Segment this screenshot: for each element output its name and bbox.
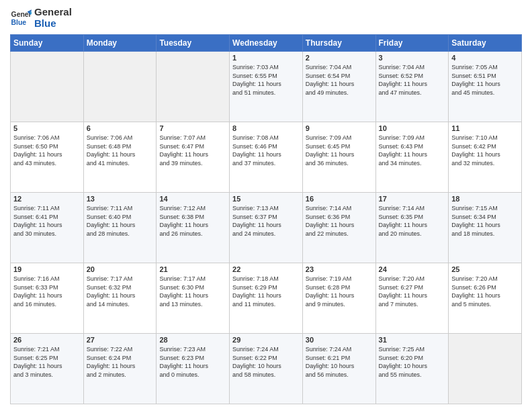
day-info: Sunrise: 7:11 AM Sunset: 6:40 PM Dayligh… <box>87 204 154 238</box>
day-number: 17 <box>379 195 446 203</box>
day-info: Sunrise: 7:13 AM Sunset: 6:37 PM Dayligh… <box>232 204 300 238</box>
day-number: 27 <box>87 336 154 344</box>
calendar-cell: 25Sunrise: 7:20 AM Sunset: 6:26 PM Dayli… <box>449 263 522 334</box>
day-info: Sunrise: 7:09 AM Sunset: 6:45 PM Dayligh… <box>306 134 373 167</box>
calendar-cell: 8Sunrise: 7:08 AM Sunset: 6:46 PM Daylig… <box>230 122 303 193</box>
day-info: Sunrise: 7:17 AM Sunset: 6:32 PM Dayligh… <box>87 275 154 308</box>
svg-text:Blue: Blue <box>11 18 27 26</box>
day-number: 20 <box>87 265 154 273</box>
calendar-cell: 18Sunrise: 7:15 AM Sunset: 6:34 PM Dayli… <box>449 193 522 263</box>
calendar-cell: 19Sunrise: 7:16 AM Sunset: 6:33 PM Dayli… <box>11 263 84 334</box>
calendar-cell: 7Sunrise: 7:07 AM Sunset: 6:47 PM Daylig… <box>157 122 230 193</box>
calendar-cell: 17Sunrise: 7:14 AM Sunset: 6:35 PM Dayli… <box>375 193 449 263</box>
calendar-cell: 11Sunrise: 7:10 AM Sunset: 6:42 PM Dayli… <box>449 122 522 193</box>
day-info: Sunrise: 7:22 AM Sunset: 6:24 PM Dayligh… <box>87 345 154 379</box>
day-number: 26 <box>13 336 81 344</box>
day-number: 25 <box>451 265 519 273</box>
calendar-cell: 26Sunrise: 7:21 AM Sunset: 6:25 PM Dayli… <box>11 334 84 404</box>
day-info: Sunrise: 7:21 AM Sunset: 6:25 PM Dayligh… <box>13 345 81 379</box>
logo: General Blue General Blue <box>10 7 72 29</box>
calendar-cell: 5Sunrise: 7:06 AM Sunset: 6:50 PM Daylig… <box>11 122 84 193</box>
calendar-cell: 9Sunrise: 7:09 AM Sunset: 6:45 PM Daylig… <box>302 122 375 193</box>
calendar-cell: 15Sunrise: 7:13 AM Sunset: 6:37 PM Dayli… <box>230 193 303 263</box>
day-number: 3 <box>379 54 446 62</box>
day-number: 13 <box>87 195 154 203</box>
day-number: 10 <box>379 124 446 132</box>
day-info: Sunrise: 7:24 AM Sunset: 6:22 PM Dayligh… <box>232 345 300 379</box>
col-wednesday: Wednesday <box>230 35 303 52</box>
day-info: Sunrise: 7:16 AM Sunset: 6:33 PM Dayligh… <box>13 275 81 308</box>
day-number: 1 <box>232 54 300 62</box>
calendar-cell <box>83 52 157 122</box>
calendar-cell: 24Sunrise: 7:20 AM Sunset: 6:27 PM Dayli… <box>375 263 449 334</box>
day-info: Sunrise: 7:20 AM Sunset: 6:27 PM Dayligh… <box>379 275 446 308</box>
logo-general: General <box>34 7 72 18</box>
day-number: 18 <box>451 195 519 203</box>
day-info: Sunrise: 7:15 AM Sunset: 6:34 PM Dayligh… <box>451 204 519 238</box>
day-info: Sunrise: 7:20 AM Sunset: 6:26 PM Dayligh… <box>451 275 519 308</box>
col-tuesday: Tuesday <box>157 35 230 52</box>
day-info: Sunrise: 7:04 AM Sunset: 6:52 PM Dayligh… <box>379 63 446 97</box>
calendar-cell: 4Sunrise: 7:05 AM Sunset: 6:51 PM Daylig… <box>449 52 522 122</box>
calendar-week-row: 19Sunrise: 7:16 AM Sunset: 6:33 PM Dayli… <box>11 263 522 334</box>
day-info: Sunrise: 7:10 AM Sunset: 6:42 PM Dayligh… <box>451 134 519 167</box>
day-info: Sunrise: 7:05 AM Sunset: 6:51 PM Dayligh… <box>451 63 519 97</box>
day-info: Sunrise: 7:23 AM Sunset: 6:23 PM Dayligh… <box>159 345 226 379</box>
page: General Blue General Blue Sunday Monday … <box>0 0 532 411</box>
day-info: Sunrise: 7:14 AM Sunset: 6:35 PM Dayligh… <box>379 204 446 238</box>
day-info: Sunrise: 7:12 AM Sunset: 6:38 PM Dayligh… <box>159 204 226 238</box>
calendar-week-row: 26Sunrise: 7:21 AM Sunset: 6:25 PM Dayli… <box>11 334 522 404</box>
day-number: 22 <box>232 265 300 273</box>
calendar-cell: 29Sunrise: 7:24 AM Sunset: 6:22 PM Dayli… <box>230 334 303 404</box>
calendar-cell <box>157 52 230 122</box>
calendar-cell: 14Sunrise: 7:12 AM Sunset: 6:38 PM Dayli… <box>157 193 230 263</box>
day-number: 9 <box>306 124 373 132</box>
calendar-cell: 12Sunrise: 7:11 AM Sunset: 6:41 PM Dayli… <box>11 193 84 263</box>
day-number: 7 <box>159 124 226 132</box>
calendar-week-row: 1Sunrise: 7:03 AM Sunset: 6:55 PM Daylig… <box>11 52 522 122</box>
day-info: Sunrise: 7:03 AM Sunset: 6:55 PM Dayligh… <box>232 63 300 97</box>
day-info: Sunrise: 7:24 AM Sunset: 6:21 PM Dayligh… <box>306 345 373 379</box>
calendar-week-row: 12Sunrise: 7:11 AM Sunset: 6:41 PM Dayli… <box>11 193 522 263</box>
calendar-cell: 1Sunrise: 7:03 AM Sunset: 6:55 PM Daylig… <box>230 52 303 122</box>
calendar-cell: 28Sunrise: 7:23 AM Sunset: 6:23 PM Dayli… <box>157 334 230 404</box>
logo-blue: Blue <box>34 18 72 30</box>
day-number: 19 <box>13 265 81 273</box>
calendar-header-row: Sunday Monday Tuesday Wednesday Thursday… <box>11 35 522 52</box>
calendar-cell: 21Sunrise: 7:17 AM Sunset: 6:30 PM Dayli… <box>157 263 230 334</box>
day-number: 15 <box>232 195 300 203</box>
day-number: 11 <box>451 124 519 132</box>
col-sunday: Sunday <box>11 35 84 52</box>
logo-icon: General Blue <box>10 7 32 29</box>
day-info: Sunrise: 7:25 AM Sunset: 6:20 PM Dayligh… <box>379 345 446 379</box>
header: General Blue General Blue <box>10 7 522 29</box>
col-friday: Friday <box>375 35 449 52</box>
calendar-cell: 3Sunrise: 7:04 AM Sunset: 6:52 PM Daylig… <box>375 52 449 122</box>
day-info: Sunrise: 7:07 AM Sunset: 6:47 PM Dayligh… <box>159 134 226 167</box>
calendar-cell: 16Sunrise: 7:14 AM Sunset: 6:36 PM Dayli… <box>302 193 375 263</box>
calendar-cell <box>449 334 522 404</box>
day-number: 29 <box>232 336 300 344</box>
calendar-cell: 2Sunrise: 7:04 AM Sunset: 6:54 PM Daylig… <box>302 52 375 122</box>
calendar-table: Sunday Monday Tuesday Wednesday Thursday… <box>10 34 522 404</box>
day-info: Sunrise: 7:19 AM Sunset: 6:28 PM Dayligh… <box>306 275 373 308</box>
calendar-cell: 20Sunrise: 7:17 AM Sunset: 6:32 PM Dayli… <box>83 263 157 334</box>
calendar-cell: 27Sunrise: 7:22 AM Sunset: 6:24 PM Dayli… <box>83 334 157 404</box>
day-number: 5 <box>13 124 81 132</box>
calendar-week-row: 5Sunrise: 7:06 AM Sunset: 6:50 PM Daylig… <box>11 122 522 193</box>
day-number: 28 <box>159 336 226 344</box>
day-info: Sunrise: 7:04 AM Sunset: 6:54 PM Dayligh… <box>306 63 373 97</box>
calendar-cell: 31Sunrise: 7:25 AM Sunset: 6:20 PM Dayli… <box>375 334 449 404</box>
day-number: 4 <box>451 54 519 62</box>
day-info: Sunrise: 7:08 AM Sunset: 6:46 PM Dayligh… <box>232 134 300 167</box>
day-number: 6 <box>87 124 154 132</box>
day-number: 14 <box>159 195 226 203</box>
col-monday: Monday <box>83 35 157 52</box>
day-info: Sunrise: 7:17 AM Sunset: 6:30 PM Dayligh… <box>159 275 226 308</box>
calendar-cell: 23Sunrise: 7:19 AM Sunset: 6:28 PM Dayli… <box>302 263 375 334</box>
day-info: Sunrise: 7:09 AM Sunset: 6:43 PM Dayligh… <box>379 134 446 167</box>
day-info: Sunrise: 7:14 AM Sunset: 6:36 PM Dayligh… <box>306 204 373 238</box>
day-number: 21 <box>159 265 226 273</box>
day-number: 8 <box>232 124 300 132</box>
day-info: Sunrise: 7:11 AM Sunset: 6:41 PM Dayligh… <box>13 204 81 238</box>
